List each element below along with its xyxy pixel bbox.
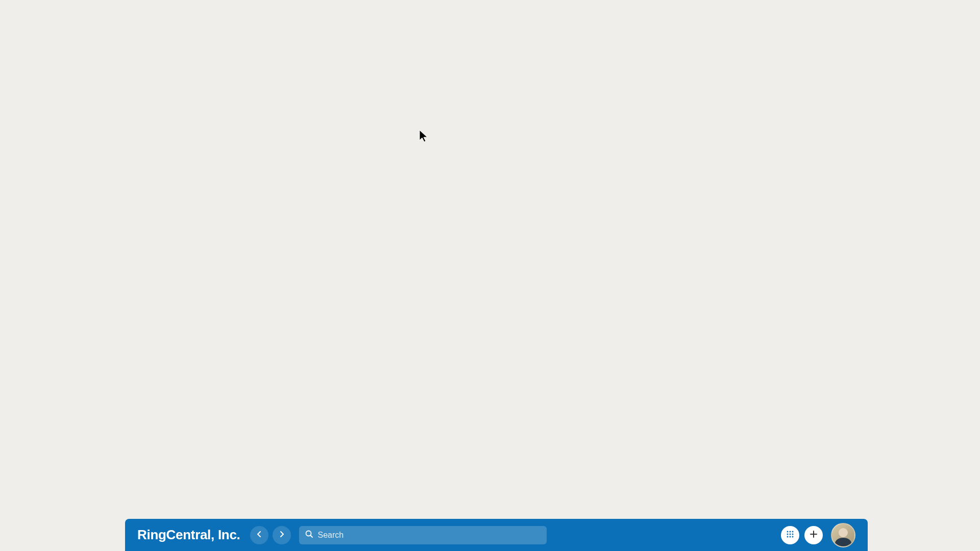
svg-point-7 [792, 534, 794, 535]
svg-point-4 [792, 531, 794, 533]
back-button[interactable] [250, 526, 268, 544]
user-avatar[interactable] [831, 523, 855, 547]
search-input[interactable] [317, 531, 541, 540]
svg-line-1 [311, 535, 313, 537]
dialpad-icon [786, 530, 794, 540]
forward-button[interactable] [273, 526, 291, 544]
chevron-left-icon [257, 531, 262, 539]
right-buttons-group [781, 523, 855, 547]
search-icon [305, 530, 313, 540]
svg-point-9 [790, 536, 791, 538]
nav-buttons-group [250, 526, 291, 544]
svg-point-2 [787, 531, 789, 533]
svg-point-8 [787, 536, 789, 538]
svg-point-5 [787, 534, 789, 535]
svg-point-10 [792, 536, 794, 538]
main-toolbar: RingCentral, Inc. [125, 519, 868, 551]
search-container[interactable] [299, 526, 547, 544]
svg-point-3 [790, 531, 791, 533]
mouse-cursor [419, 129, 431, 143]
dialpad-button[interactable] [781, 526, 799, 544]
plus-icon [810, 530, 818, 540]
brand-name: RingCentral, Inc. [137, 527, 240, 543]
chevron-right-icon [279, 531, 284, 539]
svg-point-6 [790, 534, 791, 535]
add-button[interactable] [804, 526, 823, 544]
